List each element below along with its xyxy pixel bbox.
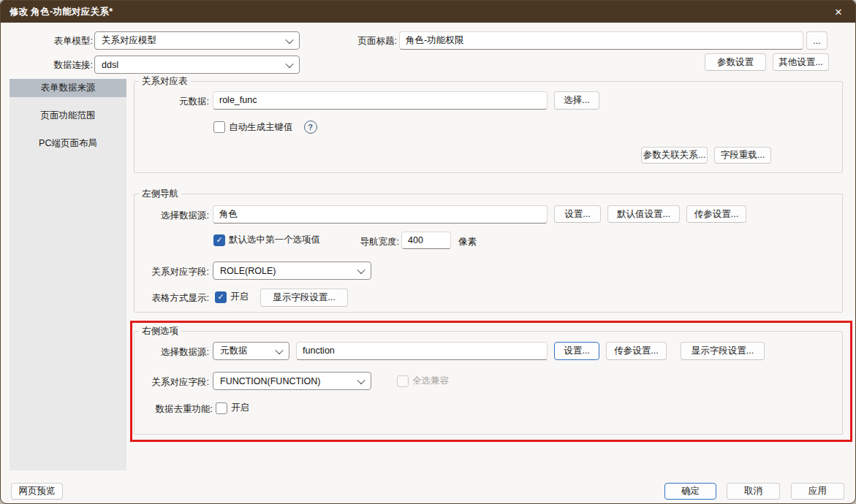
left-nav-relation-field-value: ROLE(ROLE)	[220, 266, 276, 276]
default-select-checkbox-row: ✓ 默认选中第一个选项值	[213, 234, 320, 246]
sidebar-item-page-function-scope[interactable]: 页面功能范围	[10, 107, 126, 125]
apply-button[interactable]: 应用	[791, 483, 844, 500]
right-relation-field-select[interactable]: FUNCTION(FUNCTION)	[213, 372, 371, 390]
nav-width-unit-label: 像素	[458, 236, 477, 248]
sidebar-item-pc-page-layout[interactable]: PC端页面布局	[10, 134, 126, 153]
right-pass-param-button[interactable]: 传参设置...	[606, 342, 667, 360]
help-icon[interactable]: ?	[304, 121, 317, 134]
cancel-button[interactable]: 取消	[727, 483, 780, 500]
right-relation-field-value: FUNCTION(FUNCTION)	[220, 376, 320, 386]
form-model-value: 关系对应模型	[102, 34, 156, 47]
left-nav-relation-field-label: 关系对应字段:	[132, 266, 209, 278]
left-nav-settings-button[interactable]: 设置...	[554, 205, 601, 223]
select-all-checkbox-row: 全选兼容	[397, 375, 449, 387]
right-datasource-type-select[interactable]: 元数据	[213, 342, 289, 360]
left-nav-datasource-label: 选择数据源:	[132, 210, 209, 222]
param-settings-button[interactable]: 参数设置	[705, 53, 766, 71]
metadata-input[interactable]: role_func	[213, 91, 548, 110]
right-relation-field-label: 关系对应字段:	[132, 376, 209, 389]
select-all-checkbox	[397, 375, 409, 387]
field-reload-button[interactable]: 字段重载...	[714, 147, 771, 164]
page-title-label: 页面标题:	[344, 35, 397, 47]
chevron-down-icon	[357, 265, 365, 273]
data-connection-select[interactable]: ddsl	[94, 56, 300, 74]
chevron-down-icon	[285, 35, 293, 43]
param-relation-button[interactable]: 参数关联关系...	[641, 147, 708, 164]
form-model-label: 表单模型:	[21, 35, 93, 47]
chevron-down-icon	[275, 345, 283, 354]
close-icon[interactable]: ×	[829, 3, 848, 20]
dedup-checkbox[interactable]	[216, 402, 227, 414]
select-all-label: 全选兼容	[412, 375, 449, 387]
left-nav-datasource-input[interactable]: 角色	[213, 205, 548, 224]
other-settings-button[interactable]: 其他设置...	[773, 53, 829, 71]
table-display-label: 表格方式显示:	[132, 292, 209, 305]
web-preview-button[interactable]: 网页预览	[11, 483, 63, 500]
auto-pk-checkbox[interactable]	[213, 121, 225, 133]
left-nav-pass-param-button[interactable]: 传参设置...	[686, 205, 746, 223]
table-display-on-label: 开启	[230, 291, 249, 303]
left-nav-legend: 左侧导航	[139, 188, 181, 200]
metadata-label: 元数据:	[136, 96, 209, 108]
left-nav-display-field-button[interactable]: 显示字段设置...	[260, 289, 348, 307]
right-display-field-button[interactable]: 显示字段设置...	[681, 342, 765, 360]
chevron-down-icon	[285, 59, 293, 67]
relation-table-legend: 关系对应表	[139, 75, 191, 88]
right-datasource-input[interactable]: function	[296, 342, 548, 360]
default-value-settings-button[interactable]: 默认值设置...	[607, 205, 680, 223]
right-settings-button[interactable]: 设置...	[554, 342, 599, 360]
nav-width-input[interactable]: 400	[401, 232, 451, 249]
chevron-down-icon	[357, 375, 365, 383]
default-select-checkbox[interactable]: ✓	[213, 234, 225, 246]
metadata-select-button[interactable]: 选择...	[554, 91, 599, 110]
table-display-checkbox[interactable]: ✓	[215, 291, 227, 303]
dialog-window: 修改 角色-功能对应关系* × 表单模型: 关系对应模型 页面标题: 角色-功能…	[0, 0, 856, 504]
window-title: 修改 角色-功能对应关系*	[10, 6, 113, 18]
right-datasource-label: 选择数据源:	[132, 346, 209, 359]
right-datasource-type-value: 元数据	[220, 345, 248, 357]
default-select-label: 默认选中第一个选项值	[229, 234, 320, 246]
table-display-checkbox-row: ✓ 开启	[215, 291, 249, 303]
nav-width-label: 导航宽度:	[344, 236, 399, 248]
dedup-checkbox-row: 开启	[216, 402, 249, 414]
page-title-input[interactable]: 角色-功能权限	[399, 31, 803, 50]
titlebar: 修改 角色-功能对应关系*	[1, 1, 855, 23]
form-model-select[interactable]: 关系对应模型	[94, 31, 300, 50]
dedup-label: 数据去重功能:	[136, 403, 213, 416]
data-connection-label: 数据连接:	[21, 59, 93, 72]
sidebar-item-form-data-source[interactable]: 表单数据来源	[10, 79, 126, 97]
auto-pk-checkbox-row: 自动生成主键值 ?	[213, 121, 317, 134]
dedup-on-label: 开启	[231, 402, 249, 414]
ok-button[interactable]: 确定	[664, 483, 716, 500]
right-options-legend: 右侧选项	[139, 325, 181, 337]
sidebar: 表单数据来源 页面功能范围 PC端页面布局	[10, 79, 126, 470]
auto-pk-label: 自动生成主键值	[229, 121, 293, 134]
data-connection-value: ddsl	[102, 60, 118, 70]
page-title-more-button[interactable]: ...	[806, 31, 827, 50]
left-nav-relation-field-select[interactable]: ROLE(ROLE)	[213, 261, 371, 280]
